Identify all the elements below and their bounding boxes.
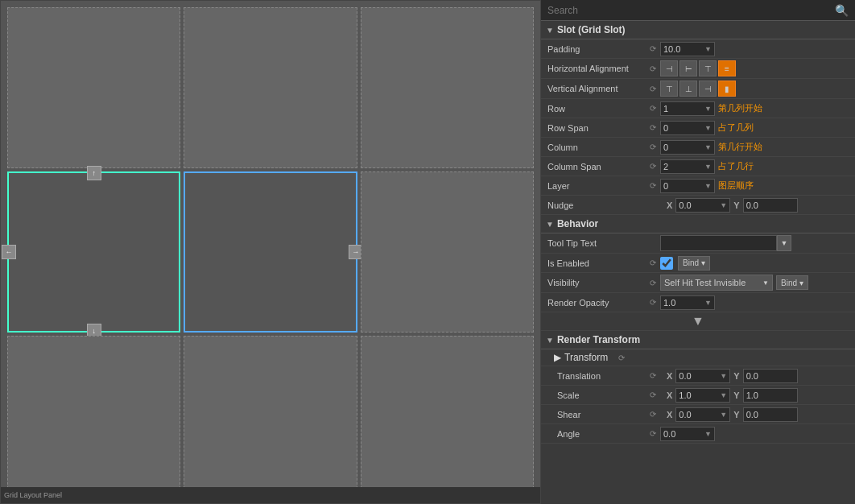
padding-input[interactable] xyxy=(661,44,703,54)
transform-label: Transform xyxy=(564,352,608,363)
shear-x-field[interactable]: ▼ xyxy=(675,407,730,422)
row-icon: ⟳ xyxy=(646,104,660,113)
is-enabled-prop-row: Is Enabled ⟳ Bind ▾ xyxy=(541,254,855,273)
visibility-chevron-icon: ▼ xyxy=(762,279,769,287)
translation-y-input[interactable] xyxy=(744,371,786,381)
grid-cell-3-1 xyxy=(7,336,180,497)
scale-x-field[interactable]: ▼ xyxy=(675,388,730,403)
shear-x-arrow: ▼ xyxy=(718,411,729,419)
angle-icon: ⟳ xyxy=(646,429,660,438)
translation-icon: ⟳ xyxy=(646,371,660,380)
angle-field[interactable]: ▼ xyxy=(660,427,715,441)
translation-value: X ▼ Y xyxy=(660,369,855,383)
tooltip-field[interactable] xyxy=(660,235,777,251)
row-span-value: ▼ 占了几列 xyxy=(660,121,855,135)
v-align-btn-fill[interactable]: ▮ xyxy=(718,81,736,97)
tooltip-input[interactable] xyxy=(664,238,761,248)
search-bar: 🔍 xyxy=(541,0,855,21)
translation-x-field[interactable]: ▼ xyxy=(675,369,730,383)
is-enabled-label: Is Enabled xyxy=(541,258,646,268)
visibility-dropdown[interactable]: Self Hit Test Invisible ▼ xyxy=(660,275,773,291)
visibility-label: Visibility xyxy=(541,278,646,287)
shear-y-input[interactable] xyxy=(744,410,786,419)
translation-y-field[interactable] xyxy=(743,369,798,383)
translation-x-arrow: ▼ xyxy=(718,372,729,380)
scale-y-field[interactable] xyxy=(743,388,798,403)
shear-y-field[interactable] xyxy=(743,407,798,422)
h-align-btn-center[interactable]: ⊢ xyxy=(679,60,697,76)
search-icon: 🔍 xyxy=(835,4,849,17)
h-align-btn-left[interactable]: ⊣ xyxy=(660,60,678,76)
translation-label: Translation xyxy=(541,371,646,381)
layer-input[interactable] xyxy=(661,181,703,191)
column-span-icon: ⟳ xyxy=(646,162,660,171)
grid-cell-1-1 xyxy=(7,7,180,168)
column-span-input[interactable] xyxy=(661,162,703,171)
row-span-prop-row: Row Span ⟳ ▼ 占了几列 xyxy=(541,118,855,138)
search-input[interactable] xyxy=(547,5,835,16)
column-span-field[interactable]: ▼ xyxy=(660,159,715,174)
v-align-buttons: ⊤ ⊥ ⊣ ▮ xyxy=(660,81,736,97)
v-align-btn-top[interactable]: ⊤ xyxy=(660,81,678,97)
column-field[interactable]: ▼ xyxy=(660,140,715,155)
v-align-btn-bottom[interactable]: ⊣ xyxy=(699,81,717,97)
bind-is-enabled-btn[interactable]: Bind ▾ xyxy=(678,256,710,271)
h-align-btn-right[interactable]: ⊤ xyxy=(699,60,717,76)
column-span-annotation: 占了几行 xyxy=(715,160,754,172)
bind-visibility-label: Bind ▾ xyxy=(781,279,803,287)
bind-visibility-btn[interactable]: Bind ▾ xyxy=(776,275,808,290)
is-enabled-value: Bind ▾ xyxy=(660,256,855,271)
transform-triangle-icon: ▶ xyxy=(554,352,561,363)
tooltip-dropdown-btn[interactable]: ▼ xyxy=(777,235,791,251)
angle-label: Angle xyxy=(541,429,646,439)
tooltip-prop-row: Tool Tip Text ▼ xyxy=(541,233,855,254)
row-input[interactable] xyxy=(661,104,703,114)
angle-input[interactable] xyxy=(661,429,703,439)
behavior-triangle-icon: ▼ xyxy=(546,220,554,229)
more-button[interactable]: ▼ xyxy=(541,312,855,331)
translation-x-input[interactable] xyxy=(676,371,718,381)
padding-field[interactable]: ▼ xyxy=(660,42,715,56)
canvas-grid: ↑ ↓ ← → xyxy=(1,1,540,503)
scale-x-input[interactable] xyxy=(676,390,718,400)
nudge-x-input[interactable] xyxy=(676,200,718,210)
row-span-field[interactable]: ▼ xyxy=(660,121,715,135)
nudge-y-field[interactable] xyxy=(743,198,798,213)
layer-field[interactable]: ▼ xyxy=(660,179,715,193)
row-span-input[interactable] xyxy=(661,123,703,133)
visibility-value: Self Hit Test Invisible ▼ Bind ▾ xyxy=(660,275,855,291)
slot-section-header: ▼ Slot (Grid Slot) xyxy=(541,21,855,39)
render-opacity-field[interactable]: ▼ xyxy=(660,295,715,310)
column-annotation: 第几行开始 xyxy=(715,141,762,153)
padding-field-arrow: ▼ xyxy=(703,45,713,53)
column-icon: ⟳ xyxy=(646,143,660,151)
h-align-buttons: ⊣ ⊢ ⊤ ≡ xyxy=(660,60,736,76)
shear-prop-row: Shear ⟳ X ▼ Y xyxy=(541,405,855,424)
render-opacity-prop-row: Render Opacity ⟳ ▼ xyxy=(541,293,855,312)
row-prop-row: Row ⟳ ▼ 第几列开始 xyxy=(541,99,855,118)
h-align-btn-fill[interactable]: ≡ xyxy=(718,60,736,76)
is-enabled-checkbox[interactable] xyxy=(660,257,673,270)
column-field-arrow: ▼ xyxy=(703,143,713,151)
h-align-label: Horizontal Alignment xyxy=(541,64,646,73)
nudge-x-label: X xyxy=(667,200,672,210)
shear-value: X ▼ Y xyxy=(660,407,855,422)
column-value: ▼ 第几行开始 xyxy=(660,140,855,155)
row-field-arrow: ▼ xyxy=(703,105,713,113)
translation-prop-row: Translation ⟳ X ▼ Y xyxy=(541,366,855,386)
render-opacity-input[interactable] xyxy=(661,298,703,308)
row-field[interactable]: ▼ xyxy=(660,101,715,116)
h-align-icon: ⟳ xyxy=(646,64,660,73)
shear-x-input[interactable] xyxy=(676,410,718,419)
is-enabled-icon: ⟳ xyxy=(646,258,660,267)
nudge-y-input[interactable] xyxy=(744,200,786,210)
scale-y-input[interactable] xyxy=(744,390,786,400)
slot-triangle-icon: ▼ xyxy=(546,26,554,35)
scale-x-arrow: ▼ xyxy=(718,391,729,399)
column-input[interactable] xyxy=(661,143,703,152)
angle-prop-row: Angle ⟳ ▼ xyxy=(541,424,855,444)
v-align-btn-center[interactable]: ⊥ xyxy=(679,81,697,97)
arrow-up-btn[interactable]: ↑ xyxy=(87,166,101,180)
arrow-left-btn[interactable]: ← xyxy=(2,245,16,259)
nudge-x-field[interactable]: ▼ xyxy=(675,198,730,213)
